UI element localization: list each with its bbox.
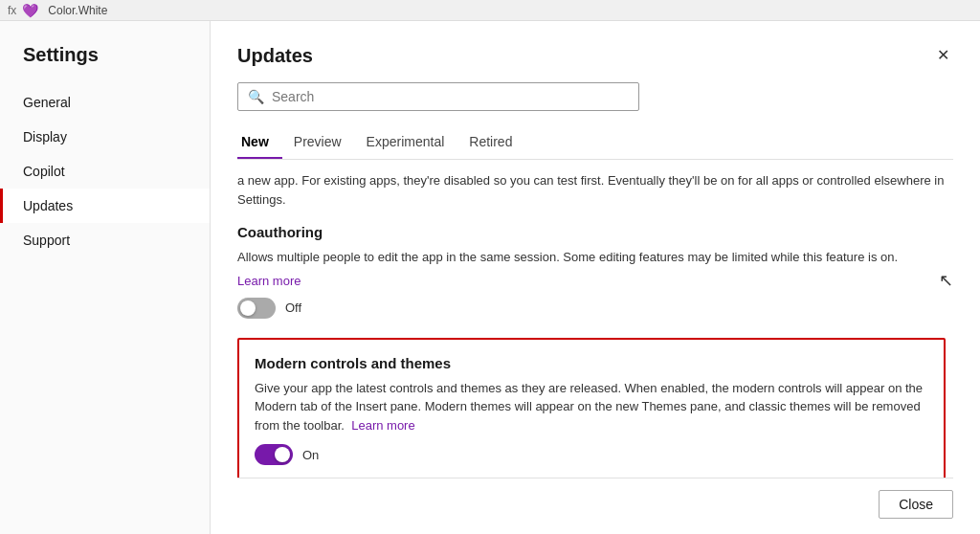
sidebar-item-copilot[interactable]: Copilot (0, 154, 210, 189)
coauthoring-toggle-knob (240, 300, 256, 316)
feature-coauthoring: Coauthoring Allows multiple people to ed… (237, 224, 946, 319)
modern-controls-learn-more[interactable]: Learn more (351, 418, 414, 433)
modern-controls-toggle[interactable] (255, 444, 293, 465)
panel-header: Updates ✕ (237, 44, 953, 67)
modern-controls-toggle-knob (275, 447, 290, 462)
search-box: 🔍 (237, 82, 639, 111)
panel-title: Updates (237, 45, 313, 67)
coauthoring-desc: Allows multiple people to edit the app i… (237, 248, 946, 267)
tab-new[interactable]: New (237, 126, 282, 159)
sidebar-item-display[interactable]: Display (0, 120, 210, 154)
sidebar-item-updates[interactable]: Updates (0, 189, 210, 223)
search-icon: 🔍 (248, 89, 264, 104)
modern-controls-toggle-row: On (255, 444, 928, 465)
modern-controls-toggle-label: On (302, 448, 319, 462)
topbar-icons: fx 💜 Color.White (8, 3, 107, 18)
coauthoring-toggle-label: Off (285, 300, 301, 315)
coauthoring-toggle-row: Off (237, 298, 946, 319)
feature-modern-controls: Modern controls and themes Give your app… (237, 338, 946, 478)
coauthoring-title: Coauthoring (237, 224, 946, 240)
panel-body: a new app. For existing apps, they're di… (237, 160, 953, 478)
topbar: fx 💜 Color.White (0, 0, 980, 21)
modern-controls-desc: Give your app the latest controls and th… (255, 379, 928, 435)
coauthoring-toggle[interactable] (237, 298, 276, 319)
panel-close-button[interactable]: ✕ (933, 44, 953, 67)
main-layout: Settings General Display Copilot Updates… (0, 21, 980, 534)
search-input[interactable] (272, 89, 629, 104)
sidebar: Settings General Display Copilot Updates… (0, 21, 211, 534)
updates-panel: Updates ✕ 🔍 New Preview Experimental Ret… (211, 21, 980, 534)
sidebar-item-general[interactable]: General (0, 85, 210, 120)
color-text: Color.White (48, 4, 107, 17)
footer-close-button[interactable]: Close (879, 490, 953, 519)
intro-text: a new app. For existing apps, they're di… (237, 171, 946, 209)
tabs-bar: New Preview Experimental Retired (237, 126, 953, 160)
logo-icon: 💜 (22, 3, 38, 18)
coauthoring-learn-more[interactable]: Learn more (237, 274, 301, 288)
tab-preview[interactable]: Preview (290, 126, 355, 159)
sidebar-item-support[interactable]: Support (0, 223, 210, 257)
tab-retired[interactable]: Retired (465, 126, 525, 159)
sidebar-title: Settings (0, 44, 210, 85)
modern-controls-title: Modern controls and themes (255, 355, 928, 371)
content-area: Updates ✕ 🔍 New Preview Experimental Ret… (211, 21, 980, 534)
fx-label: fx (8, 4, 16, 17)
panel-footer: Close (237, 478, 953, 519)
tab-experimental[interactable]: Experimental (363, 126, 458, 159)
